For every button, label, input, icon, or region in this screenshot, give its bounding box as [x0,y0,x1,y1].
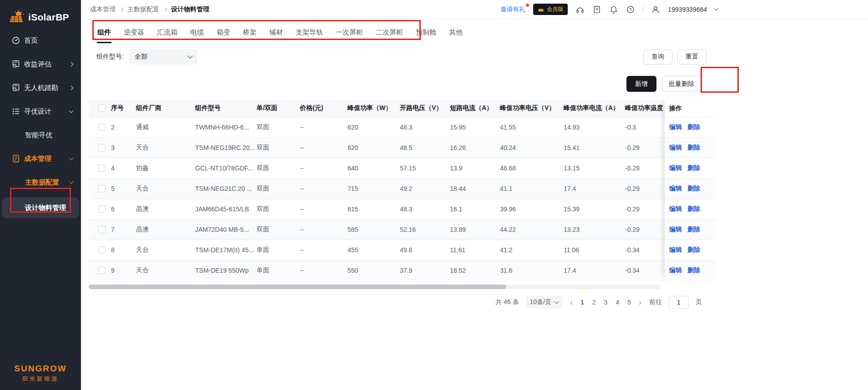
tab-辅材[interactable]: 辅材 [269,25,283,43]
delete-link[interactable]: 删除 [687,246,700,254]
sidebar-item-label: 成本管理 [24,155,51,163]
cell-model: TSM-DE17M(II) 45... [193,240,255,260]
cell-price: -- [298,158,346,178]
edit-link[interactable]: 编辑 [669,205,682,213]
chevron-down-icon [69,109,74,113]
row-checkbox[interactable] [98,246,106,254]
chevron-down-icon[interactable] [714,6,719,11]
cell-price: -- [298,219,346,240]
edit-link[interactable]: 编辑 [669,185,682,193]
invite-link[interactable]: 邀请有礼 [500,5,525,14]
module-model-select[interactable]: 全部 [129,49,197,65]
tab-汇流箱[interactable]: 汇流箱 [156,25,178,43]
sidebar-item-drone-survey[interactable]: 无人机踏勘 [0,82,81,94]
page-number-5[interactable]: 5 [627,299,631,306]
app-logo: iSolarBP [0,0,81,28]
edit-link[interactable]: 编辑 [669,246,682,254]
row-checkbox[interactable] [98,144,106,151]
select-value: 全部 [135,53,147,61]
row-checkbox[interactable] [98,185,106,192]
page-number-1[interactable]: 1 [580,299,584,306]
sidebar-item-label: 智能寻优 [25,131,52,140]
cell-short_current: 15.95 [448,117,498,137]
cell-price: -- [298,117,346,137]
sidebar-item-revenue[interactable]: 收益评估 [0,58,81,70]
delete-link[interactable]: 删除 [687,164,700,172]
sidebar-item-label: 首页 [24,36,38,45]
breadcrumb: 成本管理 主数据配置 设计物料管理 [90,5,209,14]
page-size-select[interactable]: 10条/页 [526,296,562,309]
delete-link[interactable]: 删除 [687,266,700,275]
sidebar-item-smart-optimization[interactable]: 智能寻优 [0,129,81,141]
headset-icon[interactable] [575,5,585,14]
column-header: 序号 [109,100,134,117]
breadcrumb-current-page: 设计物料管理 [171,5,209,14]
sidebar-item-label: 寻优设计 [24,107,51,116]
delete-link[interactable]: 删除 [687,225,700,234]
document-icon[interactable] [592,5,601,14]
page-unit-label: 页 [696,298,702,306]
tab-一次屏柜[interactable]: 一次屏柜 [335,25,363,43]
row-checkbox[interactable] [98,226,106,233]
edit-link[interactable]: 编辑 [669,164,682,172]
total-count: 共 46 条 [495,298,519,306]
tab-支架导轨[interactable]: 支架导轨 [295,25,323,43]
page-number-3[interactable]: 3 [604,299,608,306]
sidebar-item-home[interactable]: 首页 [0,35,81,46]
member-badge[interactable]: 会员版 [533,4,568,15]
cell-model: TSM-DE19 550Wp [193,260,255,280]
cell-model: TWMNH-66HD-6... [193,117,255,137]
select-all-checkbox[interactable] [98,105,106,112]
prev-page-button[interactable]: ‹ [569,298,574,306]
breadcrumb-master-data[interactable]: 主数据配置 [127,5,159,14]
tab-箱变[interactable]: 箱变 [216,25,231,43]
tab-电缆[interactable]: 电缆 [190,25,204,43]
user-avatar-icon[interactable] [651,5,660,14]
reset-button[interactable]: 重置 [677,50,707,65]
goto-page-input[interactable] [669,296,689,309]
tab-逆变器[interactable]: 逆变器 [123,25,145,43]
batch-delete-button[interactable]: 批量删除 [662,76,701,92]
chevron-down-icon [69,156,74,160]
cell-peak_voltage: 48.68 [498,158,562,178]
sidebar-item-master-data-config[interactable]: 主数据配置 [0,176,81,188]
tab-二次屏柜[interactable]: 二次屏柜 [375,25,404,43]
tab-其他[interactable]: 其他 [449,25,463,43]
delete-link[interactable]: 删除 [687,123,700,131]
horizontal-scrollbar-thumb[interactable] [89,285,506,289]
cell-vendor: 天合 [134,240,193,260]
topbar-right: 邀请有礼 会员版 [500,4,718,15]
page-number-2[interactable]: 2 [592,299,596,306]
tab-组件[interactable]: 组件 [97,25,111,43]
edit-link[interactable]: 编辑 [669,225,682,234]
filter-row: 组件型号: 全部 查询 重置 [89,49,716,65]
add-button[interactable]: 新增 [626,76,656,92]
query-button[interactable]: 查询 [643,50,672,65]
sidebar-item-optimal-design[interactable]: 寻优设计 [0,105,81,117]
sidebar-item-design-material-management[interactable]: 设计物料管理 [2,197,79,218]
help-icon[interactable]: ? [626,5,635,14]
row-checkbox[interactable] [98,205,106,213]
page-number-4[interactable]: 4 [616,299,619,306]
cell-peak_power: 615 [346,199,398,219]
row-checkbox[interactable] [98,267,106,274]
row-checkbox[interactable] [98,165,106,172]
bell-icon[interactable] [609,5,618,14]
edit-link[interactable]: 编辑 [669,266,682,275]
next-page-button[interactable]: › [638,298,642,306]
crown-icon [538,7,544,12]
delete-link[interactable]: 删除 [687,144,700,152]
sidebar-item-cost-management[interactable]: 成本管理 [0,153,81,165]
tab-预制舱[interactable]: 预制舱 [415,25,437,43]
sidebar-item-label: 设计物料管理 [25,204,66,212]
delete-link[interactable]: 删除 [687,205,700,213]
breadcrumb-cost-management[interactable]: 成本管理 [90,5,116,14]
horizontal-scrollbar-track[interactable] [89,285,661,289]
edit-link[interactable]: 编辑 [669,123,682,131]
cell-vendor: 晶澳 [134,199,193,219]
cell-open_voltage: 48.3 [398,117,448,137]
tab-桥架[interactable]: 桥架 [242,25,257,43]
delete-link[interactable]: 删除 [687,185,700,193]
edit-link[interactable]: 编辑 [669,144,682,152]
row-checkbox[interactable] [98,124,106,131]
